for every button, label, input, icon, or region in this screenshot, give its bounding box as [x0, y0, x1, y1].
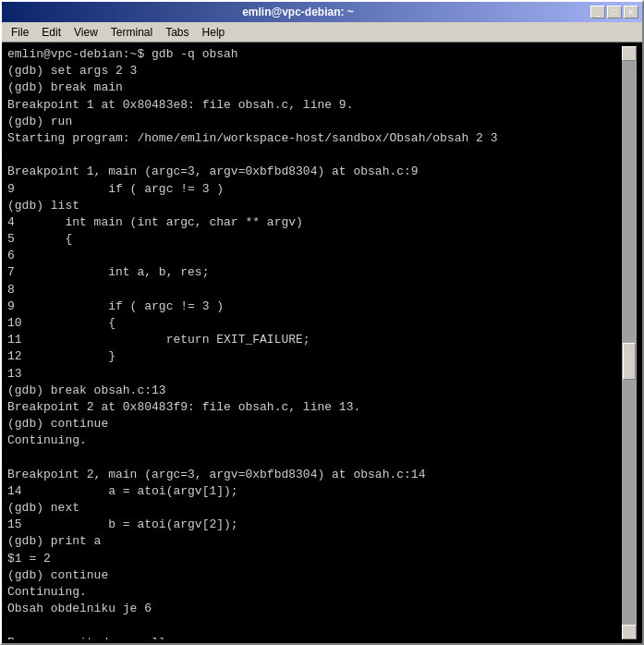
- menu-help[interactable]: Help: [197, 24, 231, 41]
- minimize-button[interactable]: _: [590, 6, 605, 18]
- terminal-output: emlin@vpc-debian:~$ gdb -q obsah (gdb) s…: [7, 46, 622, 639]
- close-button[interactable]: ✕: [624, 6, 638, 18]
- menu-bar: File Edit View Terminal Tabs Help: [2, 22, 642, 43]
- scroll-up-button[interactable]: ▲: [622, 46, 637, 61]
- menu-tabs[interactable]: Tabs: [160, 24, 194, 41]
- title-bar-buttons: _ □ ✕: [590, 6, 638, 18]
- menu-edit[interactable]: Edit: [36, 24, 67, 41]
- title-bar: emlin@vpc-debian: ~ _ □ ✕: [2, 2, 642, 22]
- scrollbar[interactable]: ▲ ▼: [622, 46, 637, 639]
- maximize-button[interactable]: □: [607, 6, 622, 18]
- menu-view[interactable]: View: [68, 24, 103, 41]
- menu-file[interactable]: File: [6, 24, 34, 41]
- scroll-track[interactable]: [622, 61, 637, 625]
- window-title: emlin@vpc-debian: ~: [6, 6, 590, 18]
- scroll-down-button[interactable]: ▼: [622, 625, 637, 639]
- terminal-area[interactable]: emlin@vpc-debian:~$ gdb -q obsah (gdb) s…: [2, 43, 642, 643]
- scroll-thumb[interactable]: [623, 343, 636, 380]
- terminal-window: emlin@vpc-debian: ~ _ □ ✕ File Edit View…: [0, 0, 644, 645]
- menu-terminal[interactable]: Terminal: [105, 24, 158, 41]
